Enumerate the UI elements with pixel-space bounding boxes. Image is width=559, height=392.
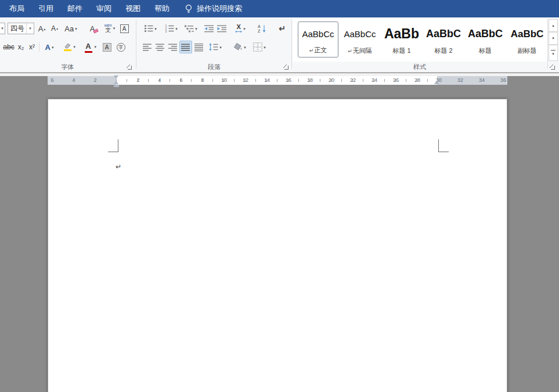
multilevel-list-button[interactable]: ▾ <box>182 22 200 35</box>
justify-button[interactable] <box>179 41 192 53</box>
numbering-button[interactable]: 1 2 3 ▾ <box>163 22 180 35</box>
word-window: 布局 引用 邮件 审阅 视图 帮助 操作说明搜索 ▾ 四号 ▾ <box>0 0 559 392</box>
paint-bucket-icon <box>233 42 243 52</box>
asian-layout-icon: X <box>235 24 242 33</box>
styles-dialog-launcher[interactable] <box>549 64 556 70</box>
font-color-bar <box>85 51 92 53</box>
tab-help[interactable]: 帮助 <box>147 0 176 17</box>
change-case-button[interactable]: Aa ▾ <box>62 22 80 35</box>
tell-me-search[interactable]: 操作说明搜索 <box>185 3 242 14</box>
group-separator <box>291 20 292 69</box>
style-heading-2[interactable]: AaBbC 标题 2 <box>423 21 464 57</box>
sort-az-icon: A Z <box>257 24 266 33</box>
caret-down-icon: ▾ <box>552 36 554 41</box>
tab-view[interactable]: 视图 <box>118 0 147 17</box>
grow-font-button[interactable]: A ▴ <box>36 22 48 35</box>
increase-indent-icon <box>217 24 226 33</box>
tell-me-label: 操作说明搜索 <box>197 3 242 14</box>
distribute-button[interactable] <box>193 41 205 53</box>
distribute-icon <box>194 42 204 52</box>
phonetic-guide-icon: wén 文 <box>104 23 112 33</box>
right-indent-marker[interactable] <box>434 81 439 84</box>
caret-down-icon: ▾ <box>56 27 58 31</box>
phonetic-guide-button[interactable]: wén 文 ▾ <box>102 21 117 34</box>
chevron-down-icon: ▾ <box>75 27 77 31</box>
tab-mailings[interactable]: 邮件 <box>60 0 89 17</box>
ruler-number: 8 <box>198 77 207 83</box>
highlight-color-bar <box>64 49 71 51</box>
chevron-down-icon: ▾ <box>243 27 246 31</box>
ruler-number: 16 <box>284 77 293 83</box>
ruler-number: 6 <box>176 77 186 83</box>
ruler-number: 4 <box>155 77 164 83</box>
font-name-combo-partial[interactable]: ▾ <box>0 23 5 34</box>
character-shading-button[interactable]: A <box>101 41 113 53</box>
chevron-down-icon: ▾ <box>73 45 75 49</box>
align-left-icon <box>143 42 152 52</box>
line-spacing-button[interactable]: ▾ <box>207 41 224 53</box>
align-center-icon <box>156 42 165 52</box>
ruler-number: 2 <box>91 77 100 83</box>
decrease-indent-button[interactable] <box>203 22 215 35</box>
ruler-number: 12 <box>241 77 250 83</box>
chevron-down-icon: ▾ <box>113 26 116 30</box>
styles-scroll-down-button[interactable]: ▾ <box>549 32 558 45</box>
ruler-number: 22 <box>348 77 358 83</box>
highlight-color-button[interactable]: ▾ <box>59 41 75 53</box>
font-color-button[interactable]: A ▾ <box>80 41 96 53</box>
style-no-spacing[interactable]: AaBbCc ↵ 无间隔 <box>340 21 380 57</box>
svg-text:Z: Z <box>258 29 261 33</box>
enclose-characters-button[interactable]: 字 <box>115 41 127 53</box>
paragraph-dialog-launcher[interactable] <box>283 64 289 70</box>
style-normal[interactable]: AaBbCc ↵ 正文 <box>298 21 338 57</box>
character-border-button[interactable]: A <box>118 22 130 35</box>
style-title[interactable]: AaBbC 标题 <box>465 21 506 57</box>
font-dialog-launcher[interactable] <box>126 64 132 70</box>
ribbon-tab-bar: 布局 引用 邮件 审阅 视图 帮助 操作说明搜索 <box>0 0 559 17</box>
chevron-down-icon: ▾ <box>94 45 96 49</box>
left-indent-marker[interactable] <box>114 85 119 87</box>
borders-button[interactable]: ▾ <box>251 41 268 53</box>
tab-layout[interactable]: 布局 <box>2 0 31 17</box>
style-heading-1[interactable]: AaBb 标题 1 <box>381 21 422 57</box>
hanging-indent-marker[interactable] <box>114 81 118 84</box>
styles-group-label: 样式 <box>293 63 547 71</box>
align-right-button[interactable] <box>167 41 179 53</box>
align-left-button[interactable] <box>142 41 153 53</box>
separator <box>39 42 39 52</box>
superscript-button[interactable]: x² <box>27 41 37 53</box>
group-separator <box>547 20 548 69</box>
sort-button[interactable]: A Z <box>255 22 268 35</box>
show-hide-marks-button[interactable]: ↵ <box>276 22 288 35</box>
text-effects-button[interactable]: A ▾ <box>42 41 57 53</box>
tab-review[interactable]: 审阅 <box>89 0 118 17</box>
chevron-down-icon: ▾ <box>195 27 197 31</box>
chevron-down-icon: ▾ <box>219 45 222 49</box>
font-size-combo[interactable]: 四号 ▾ <box>8 23 34 34</box>
svg-text:3: 3 <box>165 30 167 33</box>
tab-references[interactable]: 引用 <box>31 0 60 17</box>
styles-scroll-up-button[interactable]: ▴ <box>549 19 558 32</box>
caret-down-icon: ▾ <box>552 52 554 56</box>
align-center-button[interactable] <box>154 41 166 53</box>
subscript-button[interactable]: x₂ <box>16 41 26 53</box>
ruler-number: 2 <box>134 77 143 83</box>
font-group-label: 字体 <box>0 63 135 71</box>
style-subtitle[interactable]: AaBbC 副标题 <box>507 21 547 57</box>
margin-crop-mark-top-right <box>438 139 449 152</box>
justify-icon <box>181 42 190 52</box>
clear-formatting-button[interactable]: A <box>86 22 99 35</box>
bullets-button[interactable]: ▾ <box>142 22 159 35</box>
asian-layout-button[interactable]: X ▾ <box>231 22 250 35</box>
caret-up-icon: ▴ <box>44 27 45 31</box>
line-spacing-icon <box>209 42 218 52</box>
shading-button[interactable]: ▾ <box>231 41 248 53</box>
styles-more-button[interactable]: ▾ <box>549 45 558 61</box>
strikethrough-button[interactable]: abc <box>2 41 16 53</box>
first-line-indent-marker[interactable] <box>114 75 118 79</box>
ruler-number: 28 <box>413 77 422 83</box>
shrink-font-button[interactable]: A ▾ <box>49 22 60 35</box>
increase-indent-button[interactable] <box>216 22 228 35</box>
ruler-number: 32 <box>456 77 465 83</box>
character-border-icon: A <box>120 24 129 33</box>
